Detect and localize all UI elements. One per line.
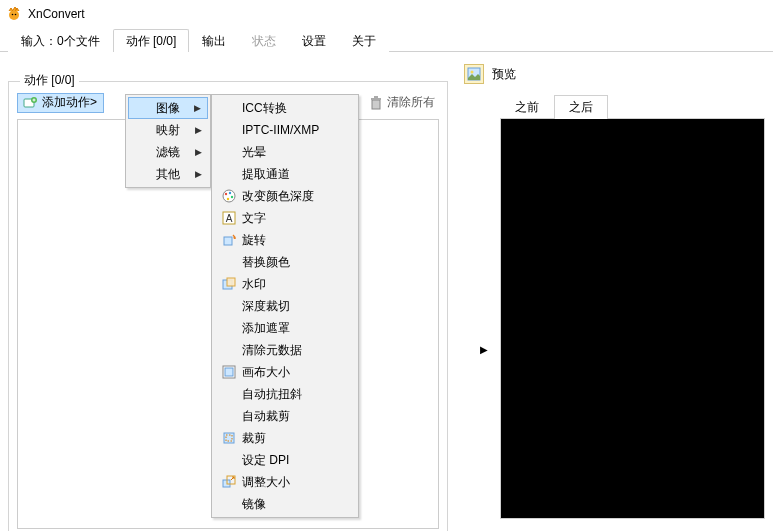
submenu-item-resize[interactable]: 调整大小 xyxy=(214,471,356,493)
text-icon: A xyxy=(218,210,240,226)
svg-point-10 xyxy=(223,190,235,202)
submenu-item-autocrop[interactable]: 自动裁剪 xyxy=(214,405,356,427)
submenu-item-set-dpi[interactable]: 设定 DPI xyxy=(214,449,356,471)
svg-rect-21 xyxy=(225,368,233,376)
clear-all-label: 清除所有 xyxy=(387,94,435,111)
submenu-item-replace-color[interactable]: 替换颜色 xyxy=(214,251,356,273)
blank-icon xyxy=(218,496,240,512)
blank-icon xyxy=(218,298,240,314)
svg-point-12 xyxy=(229,192,231,194)
tab-actions[interactable]: 动作 [0/0] xyxy=(113,29,190,52)
watermark-icon xyxy=(218,276,240,292)
preview-tabs: 之前 之后 xyxy=(500,94,765,119)
submenu-item-text[interactable]: A文字 xyxy=(214,207,356,229)
submenu-item-watermark[interactable]: 水印 xyxy=(214,273,356,295)
blank-icon xyxy=(218,408,240,424)
blank-icon xyxy=(218,320,240,336)
submenu-item-crop[interactable]: 裁剪 xyxy=(214,427,356,449)
submenu-item-iptc[interactable]: IPTC-IIM/XMP xyxy=(214,119,356,141)
svg-point-14 xyxy=(227,198,229,200)
trash-icon xyxy=(368,95,384,111)
clear-all-button[interactable]: 清除所有 xyxy=(364,92,439,113)
menu-item-image[interactable]: 图像 ▶ xyxy=(128,97,208,119)
blank-icon xyxy=(132,100,154,116)
blank-icon xyxy=(218,100,240,116)
tab-before[interactable]: 之前 xyxy=(500,95,554,119)
expand-arrow-icon[interactable]: ▶ xyxy=(480,344,488,355)
menu-item-image-label: 图像 xyxy=(156,100,180,117)
chevron-right-icon: ▶ xyxy=(195,125,202,135)
main-tabs: 输入：0个文件 动作 [0/0] 输出 状态 设置 关于 xyxy=(0,28,773,52)
tab-input[interactable]: 输入：0个文件 xyxy=(8,29,113,52)
svg-point-9 xyxy=(471,71,474,74)
crop-icon xyxy=(218,430,240,446)
tab-about[interactable]: 关于 xyxy=(339,29,389,52)
blank-icon xyxy=(218,122,240,138)
blank-icon xyxy=(132,122,154,138)
app-icon xyxy=(6,6,22,22)
svg-rect-19 xyxy=(227,278,235,286)
submenu-item-deep-crop[interactable]: 深度裁切 xyxy=(214,295,356,317)
blank-icon xyxy=(218,386,240,402)
canvas-icon xyxy=(218,364,240,380)
blank-icon xyxy=(218,342,240,358)
submenu-item-deskew[interactable]: 自动抗扭斜 xyxy=(214,383,356,405)
menu-item-filter[interactable]: 滤镜 ▶ xyxy=(128,141,208,163)
menu-item-map[interactable]: 映射 ▶ xyxy=(128,119,208,141)
actions-panel-title: 动作 [0/0] xyxy=(20,72,79,89)
chevron-right-icon: ▶ xyxy=(195,169,202,179)
menu-item-other-label: 其他 xyxy=(156,166,180,183)
svg-point-11 xyxy=(225,193,227,195)
image-submenu: ICC转换 IPTC-IIM/XMP 光晕 提取通道 改变颜色深度 A文字 旋转… xyxy=(211,94,359,518)
preview-icon[interactable] xyxy=(464,64,484,84)
preview-label: 预览 xyxy=(492,66,516,83)
menu-item-filter-label: 滤镜 xyxy=(156,144,180,161)
blank-icon xyxy=(132,166,154,182)
blank-icon xyxy=(218,254,240,270)
blank-icon xyxy=(218,166,240,182)
svg-rect-7 xyxy=(374,96,378,98)
tab-after[interactable]: 之后 xyxy=(554,95,608,119)
menu-item-other[interactable]: 其他 ▶ xyxy=(128,163,208,185)
add-action-label: 添加动作> xyxy=(42,94,97,111)
submenu-item-add-mask[interactable]: 添加遮罩 xyxy=(214,317,356,339)
svg-point-2 xyxy=(15,14,17,16)
svg-rect-6 xyxy=(371,98,381,100)
tab-output[interactable]: 输出 xyxy=(189,29,239,52)
svg-text:A: A xyxy=(226,213,233,224)
resize-icon xyxy=(218,474,240,490)
svg-rect-17 xyxy=(224,237,232,245)
rotate-icon xyxy=(218,232,240,248)
svg-point-13 xyxy=(231,196,233,198)
submenu-item-rotate[interactable]: 旋转 xyxy=(214,229,356,251)
blank-icon xyxy=(218,452,240,468)
submenu-item-icc[interactable]: ICC转换 xyxy=(214,97,356,119)
titlebar: XnConvert xyxy=(0,0,773,28)
tab-settings[interactable]: 设置 xyxy=(289,29,339,52)
add-action-menu: 图像 ▶ 映射 ▶ 滤镜 ▶ 其他 ▶ xyxy=(125,94,211,188)
svg-rect-5 xyxy=(372,100,380,109)
submenu-item-mirror[interactable]: 镜像 xyxy=(214,493,356,515)
submenu-item-clear-meta[interactable]: 清除元数据 xyxy=(214,339,356,361)
chevron-right-icon: ▶ xyxy=(195,147,202,157)
blank-icon xyxy=(132,144,154,160)
submenu-item-canvas-size[interactable]: 画布大小 xyxy=(214,361,356,383)
add-action-button[interactable]: 添加动作> xyxy=(17,93,104,113)
submenu-item-halo[interactable]: 光晕 xyxy=(214,141,356,163)
plus-icon xyxy=(22,95,38,111)
blank-icon xyxy=(218,144,240,160)
preview-area xyxy=(500,119,765,519)
svg-point-1 xyxy=(12,14,14,16)
submenu-item-color-depth[interactable]: 改变颜色深度 xyxy=(214,185,356,207)
palette-icon xyxy=(218,188,240,204)
app-title: XnConvert xyxy=(28,7,85,21)
submenu-item-extract-channel[interactable]: 提取通道 xyxy=(214,163,356,185)
tab-status[interactable]: 状态 xyxy=(239,29,289,52)
chevron-right-icon: ▶ xyxy=(194,103,201,113)
svg-point-0 xyxy=(9,10,19,20)
menu-item-map-label: 映射 xyxy=(156,122,180,139)
